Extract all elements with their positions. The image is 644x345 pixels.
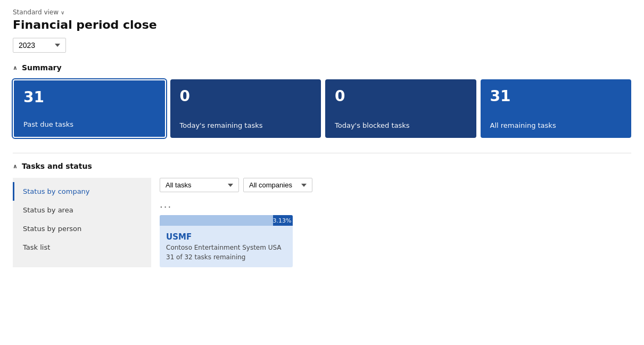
sidebar-item-task-list-label: Task list [23, 243, 50, 251]
tasks-section: ∧ Tasks and status Status by company Sta… [13, 153, 631, 267]
card-past-due[interactable]: 31 Past due tasks [13, 79, 166, 138]
sidebar-item-status-by-person[interactable]: Status by person [13, 219, 151, 238]
company-code: USMF [166, 232, 286, 242]
tasks-body: Status by company Status by area Status … [13, 178, 631, 267]
view-label-text: Standard view [13, 9, 59, 16]
company-tasks-remaining: 31 of 32 tasks remaining [166, 253, 286, 261]
company-name: Contoso Entertainment System USA [166, 244, 286, 251]
tasks-chevron-icon[interactable]: ∧ [13, 163, 18, 170]
progress-label: 3.13% COMPLETE [273, 217, 293, 224]
page-container: Standard view ∨ Financial period close 2… [0, 0, 644, 345]
view-label[interactable]: Standard view ∨ [13, 9, 631, 16]
left-nav: Status by company Status by area Status … [13, 178, 151, 267]
summary-cards: 31 Past due tasks 0 Today's remaining ta… [13, 79, 631, 138]
card-all-remaining-number: 31 [490, 89, 622, 104]
view-chevron-icon: ∨ [61, 10, 64, 15]
sidebar-item-status-by-company-label: Status by company [23, 187, 90, 195]
summary-section-header: ∧ Summary [13, 63, 631, 72]
page-title: Financial period close [13, 18, 631, 31]
right-content: All tasks Past due Today's remaining Tod… [151, 178, 631, 267]
summary-chevron-icon[interactable]: ∧ [13, 64, 18, 71]
sidebar-item-status-by-area-label: Status by area [23, 206, 73, 214]
summary-section-label: Summary [22, 63, 62, 72]
card-today-remaining-number: 0 [180, 89, 312, 104]
progress-bar: 3.13% COMPLETE [273, 215, 293, 226]
companies-filter-select[interactable]: All companies USMF DEMF [243, 178, 312, 192]
card-today-remaining[interactable]: 0 Today's remaining tasks [170, 79, 321, 138]
card-today-remaining-label: Today's remaining tasks [180, 121, 312, 129]
card-all-remaining-label: All remaining tasks [490, 121, 622, 129]
card-past-due-label: Past due tasks [23, 120, 155, 128]
card-today-blocked-label: Today's blocked tasks [335, 121, 467, 129]
progress-bar-container: 3.13% COMPLETE [160, 215, 293, 226]
tasks-section-label: Tasks and status [22, 162, 92, 170]
company-card-usmf[interactable]: 3.13% COMPLETE USMF Contoso Entertainmen… [160, 215, 293, 267]
sidebar-item-status-by-area[interactable]: Status by area [13, 201, 151, 219]
card-all-remaining[interactable]: 31 All remaining tasks [481, 79, 632, 138]
loading-dots: ... [160, 199, 623, 210]
card-today-blocked-number: 0 [335, 89, 467, 104]
sidebar-item-status-by-company[interactable]: Status by company [13, 182, 151, 201]
filter-row: All tasks Past due Today's remaining Tod… [160, 178, 623, 192]
company-card-body: USMF Contoso Entertainment System USA 31… [160, 230, 293, 261]
tasks-section-header: ∧ Tasks and status [13, 162, 631, 170]
tasks-filter-select[interactable]: All tasks Past due Today's remaining Tod… [160, 178, 239, 192]
card-past-due-number: 31 [23, 90, 155, 105]
card-today-blocked[interactable]: 0 Today's blocked tasks [325, 79, 476, 138]
sidebar-item-status-by-person-label: Status by person [23, 225, 81, 233]
sidebar-item-task-list[interactable]: Task list [13, 238, 151, 257]
year-select[interactable]: 2023 2022 2024 [13, 38, 66, 53]
year-select-wrapper: 2023 2022 2024 [13, 38, 631, 53]
